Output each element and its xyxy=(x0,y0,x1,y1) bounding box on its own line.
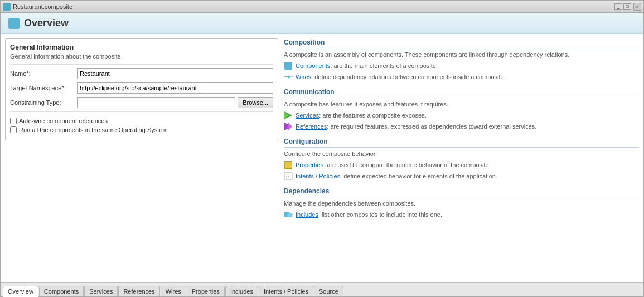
name-input[interactable] xyxy=(77,68,273,79)
namespace-input[interactable] xyxy=(77,82,273,94)
dependencies-title: Dependencies xyxy=(284,187,639,197)
main-content: General Information General information … xyxy=(1,34,643,282)
separator xyxy=(10,64,273,65)
svg-marker-6 xyxy=(288,123,292,130)
tab-components[interactable]: Components xyxy=(39,286,84,296)
tabs-bar: Overview Components Services References … xyxy=(1,282,643,296)
wires-link[interactable]: Wires xyxy=(296,74,311,80)
references-text: References: are required features, expre… xyxy=(296,123,536,130)
dependencies-desc: Manage the dependencies between composit… xyxy=(284,200,639,207)
separator2 xyxy=(10,111,273,112)
services-link[interactable]: Services xyxy=(296,112,319,119)
window-controls: _ □ xyxy=(614,3,631,10)
tab-source[interactable]: Source xyxy=(314,286,343,296)
autowire-row: Auto-wire component references xyxy=(10,118,273,124)
composition-title: Composition xyxy=(284,38,639,48)
properties-row: Properties: are used to configure the ru… xyxy=(284,160,639,169)
composition-section: Composition A composite is an assembly o… xyxy=(284,38,639,81)
components-row: Components: are the main elements of a c… xyxy=(284,61,639,70)
service-icon xyxy=(284,111,293,120)
general-info-desc: General information about the composite. xyxy=(10,53,273,60)
configuration-section: Configuration Configure the composite be… xyxy=(284,138,639,181)
name-field-group: Name*: xyxy=(10,68,273,79)
tab-wires[interactable]: Wires xyxy=(161,286,186,296)
app-icon xyxy=(3,3,11,11)
namespace-field-group: Target Namespace*: xyxy=(10,82,273,94)
autowire-checkbox[interactable] xyxy=(10,118,17,124)
constraining-label: Constraining Type: xyxy=(10,99,77,106)
references-link[interactable]: References xyxy=(296,123,327,130)
checkbox-group: Auto-wire component references Run all t… xyxy=(10,118,273,133)
general-info-box: General Information General information … xyxy=(5,38,278,140)
wires-desc: : define dependency relations between co… xyxy=(311,74,506,80)
tab-properties[interactable]: Properties xyxy=(187,286,225,296)
properties-link[interactable]: Properties xyxy=(296,162,323,168)
configuration-desc: Configure the composite behavior. xyxy=(284,150,639,157)
left-panel: General Information General information … xyxy=(5,38,278,277)
browse-button[interactable]: Browse... xyxy=(238,97,273,108)
intent-icon xyxy=(284,172,293,181)
intents-desc: : define expected behavior for elements … xyxy=(340,173,497,179)
configuration-title: Configuration xyxy=(284,138,639,148)
properties-desc: : are used to configure the runtime beha… xyxy=(323,162,491,168)
reference-icon xyxy=(284,122,293,131)
services-text: Services: are the features a composite e… xyxy=(296,112,427,119)
same-os-label: Run all the components in the same Opera… xyxy=(19,126,168,133)
property-icon xyxy=(284,160,293,169)
constraining-input[interactable] xyxy=(77,97,235,108)
window-title: Restaurant.composite xyxy=(13,3,614,10)
component-icon xyxy=(284,61,293,70)
right-panel: Composition A composite is an assembly o… xyxy=(284,38,639,277)
autowire-label: Auto-wire component references xyxy=(19,118,108,124)
svg-marker-1 xyxy=(288,75,292,79)
intents-text: Intents / Policies: define expected beha… xyxy=(296,173,497,179)
tab-includes[interactable]: Includes xyxy=(225,286,258,296)
overview-icon xyxy=(8,18,20,29)
wires-text: Wires: define dependency relations betwe… xyxy=(296,74,506,80)
references-row: References: are required features, expre… xyxy=(284,122,639,131)
maximize-button[interactable]: □ xyxy=(623,3,631,10)
includes-text: Includes: list other composites to inclu… xyxy=(296,211,442,218)
content-area: Overview General Information General inf… xyxy=(1,13,643,296)
intents-row: Intents / Policies: define expected beha… xyxy=(284,172,639,181)
wires-row: Wires: define dependency relations betwe… xyxy=(284,72,639,81)
includes-desc: : list other composites to include into … xyxy=(318,211,442,218)
page-header: Overview xyxy=(1,13,643,34)
includes-icon xyxy=(284,210,293,219)
tab-references[interactable]: References xyxy=(118,286,159,296)
intents-link[interactable]: Intents / Policies xyxy=(296,173,340,179)
tab-intents[interactable]: Intents / Policies xyxy=(259,286,313,296)
communication-title: Communication xyxy=(284,88,639,98)
communication-section: Communication A composite has features i… xyxy=(284,88,639,131)
tab-overview[interactable]: Overview xyxy=(3,286,38,297)
name-label: Name*: xyxy=(10,70,77,77)
components-desc: : are the main elements of a composite. xyxy=(330,62,438,69)
namespace-label: Target Namespace*: xyxy=(10,85,77,91)
main-window: Restaurant.composite _ □ × Overview Gene… xyxy=(0,0,644,297)
services-desc: : are the features a composite exposes. xyxy=(319,112,427,119)
components-text: Components: are the main elements of a c… xyxy=(296,62,438,69)
components-link[interactable]: Components xyxy=(296,62,330,69)
communication-desc: A composite has features it exposes and … xyxy=(284,101,639,108)
general-info-title: General Information xyxy=(10,43,273,51)
composition-desc: A composite is an assembly of components… xyxy=(284,51,639,58)
includes-link[interactable]: Includes xyxy=(296,211,318,218)
svg-rect-10 xyxy=(287,213,292,217)
minimize-button[interactable]: _ xyxy=(614,3,622,10)
services-row: Services: are the features a composite e… xyxy=(284,111,639,120)
dependencies-section: Dependencies Manage the dependencies bet… xyxy=(284,187,639,219)
same-os-checkbox[interactable] xyxy=(10,126,17,133)
references-desc: : are required features, expressed as de… xyxy=(327,123,536,130)
properties-text: Properties: are used to configure the ru… xyxy=(296,162,491,168)
wire-icon xyxy=(284,72,293,81)
close-button[interactable]: × xyxy=(633,3,641,11)
constraining-field-group: Constraining Type: Browse... xyxy=(10,97,273,108)
tab-services[interactable]: Services xyxy=(84,286,118,296)
page-title: Overview xyxy=(24,17,69,29)
same-os-row: Run all the components in the same Opera… xyxy=(10,126,273,133)
includes-row: Includes: list other composites to inclu… xyxy=(284,210,639,219)
title-bar: Restaurant.composite _ □ × xyxy=(1,1,643,13)
